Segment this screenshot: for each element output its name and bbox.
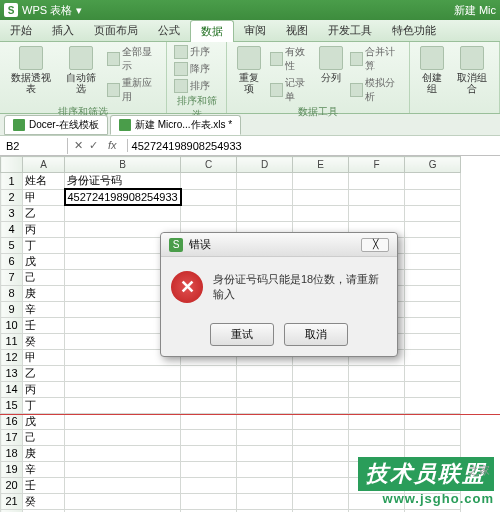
cell[interactable] (405, 189, 461, 205)
document-tab[interactable]: Docer-在线模板 (4, 115, 108, 135)
ribbon-tab-7[interactable]: 开发工具 (318, 20, 382, 41)
row-header[interactable]: 20 (1, 477, 23, 493)
ribbon-tab-2[interactable]: 页面布局 (84, 20, 148, 41)
row-header[interactable]: 7 (1, 269, 23, 285)
cell[interactable]: 452724198908254933 (65, 189, 181, 205)
cell[interactable] (181, 397, 237, 413)
cell[interactable] (405, 285, 461, 301)
cell[interactable] (237, 205, 293, 221)
cell[interactable]: 壬 (23, 317, 65, 333)
cell[interactable]: 甲 (23, 349, 65, 365)
cell[interactable] (405, 221, 461, 237)
autofilter-button[interactable]: 自动筛选 (61, 44, 102, 96)
ribbon-tab-5[interactable]: 审阅 (234, 20, 276, 41)
retry-button[interactable]: 重试 (210, 323, 274, 346)
cell[interactable] (65, 477, 181, 493)
show-all-button[interactable]: 全部显示 (106, 44, 160, 74)
cell[interactable] (349, 429, 405, 445)
ribbon-tab-3[interactable]: 公式 (148, 20, 190, 41)
cell[interactable] (65, 397, 181, 413)
cell[interactable]: 姓名 (23, 173, 65, 190)
cell[interactable] (349, 397, 405, 413)
cell[interactable]: 辛 (23, 461, 65, 477)
cell[interactable]: 身份证号码 (65, 173, 181, 190)
fx-icon[interactable]: fx (104, 139, 121, 152)
cell[interactable]: 辛 (23, 301, 65, 317)
row-header[interactable]: 6 (1, 253, 23, 269)
cell[interactable] (293, 429, 349, 445)
cell[interactable] (293, 205, 349, 221)
document-tab[interactable]: 新建 Micro...作表.xls * (110, 115, 241, 135)
cell[interactable] (181, 189, 237, 205)
cell[interactable] (65, 493, 181, 509)
cell[interactable] (181, 493, 237, 509)
cell[interactable] (405, 173, 461, 190)
cell[interactable] (181, 365, 237, 381)
cell[interactable]: 丁 (23, 397, 65, 413)
ribbon-tab-8[interactable]: 特色功能 (382, 20, 446, 41)
row-header[interactable]: 4 (1, 221, 23, 237)
cell[interactable] (65, 381, 181, 397)
cell[interactable]: 庚 (23, 445, 65, 461)
cell[interactable]: 癸 (23, 333, 65, 349)
row-header[interactable]: 19 (1, 461, 23, 477)
cell[interactable] (293, 477, 349, 493)
row-header[interactable]: 3 (1, 205, 23, 221)
col-header[interactable]: G (405, 157, 461, 173)
cell[interactable] (349, 173, 405, 190)
cell[interactable] (181, 477, 237, 493)
cell[interactable] (237, 381, 293, 397)
cell[interactable]: 庚 (23, 285, 65, 301)
cell[interactable] (293, 461, 349, 477)
cell[interactable] (349, 189, 405, 205)
cell[interactable] (405, 317, 461, 333)
sort-asc-button[interactable]: 升序 (173, 44, 211, 60)
name-box[interactable]: B2 (0, 138, 68, 154)
validation-button[interactable]: 有效性 (269, 44, 313, 74)
cell[interactable] (237, 365, 293, 381)
cell[interactable] (65, 461, 181, 477)
cell[interactable] (65, 445, 181, 461)
cancel-icon[interactable]: ✕ (74, 139, 83, 152)
cell[interactable] (181, 381, 237, 397)
row-header[interactable]: 9 (1, 301, 23, 317)
group-button[interactable]: 创建组 (416, 44, 448, 96)
close-button[interactable]: ╳ (361, 238, 389, 252)
cell[interactable] (237, 493, 293, 509)
cell[interactable] (405, 205, 461, 221)
cell[interactable] (293, 189, 349, 205)
cell[interactable]: 甲 (23, 189, 65, 205)
cell[interactable] (405, 269, 461, 285)
cell[interactable]: 戊 (23, 253, 65, 269)
cell[interactable] (405, 381, 461, 397)
whatif-button[interactable]: 模拟分析 (349, 75, 402, 105)
reapply-button[interactable]: 重新应用 (106, 75, 160, 105)
row-header[interactable]: 16 (1, 413, 23, 429)
duplicates-button[interactable]: 重复项 (233, 44, 265, 96)
ribbon-tab-4[interactable]: 数据 (190, 20, 234, 42)
cell[interactable] (65, 429, 181, 445)
ungroup-button[interactable]: 取消组合 (452, 44, 493, 96)
col-header[interactable]: F (349, 157, 405, 173)
accept-icon[interactable]: ✓ (89, 139, 98, 152)
cell[interactable] (237, 429, 293, 445)
pivot-table-button[interactable]: 数据透视表 (6, 44, 57, 96)
cell[interactable] (405, 349, 461, 365)
row-header[interactable]: 13 (1, 365, 23, 381)
row-header[interactable]: 1 (1, 173, 23, 190)
cell[interactable] (181, 413, 237, 429)
col-header[interactable]: B (65, 157, 181, 173)
cell[interactable] (181, 205, 237, 221)
ribbon-tab-6[interactable]: 视图 (276, 20, 318, 41)
cell[interactable] (405, 365, 461, 381)
col-header[interactable]: A (23, 157, 65, 173)
text-to-columns-button[interactable]: 分列 (317, 44, 345, 85)
row-header[interactable]: 21 (1, 493, 23, 509)
cell[interactable] (293, 413, 349, 429)
cell[interactable] (237, 477, 293, 493)
cell[interactable] (65, 365, 181, 381)
row-header[interactable]: 17 (1, 429, 23, 445)
cell[interactable] (405, 397, 461, 413)
cell[interactable] (237, 173, 293, 190)
formula-input[interactable]: 452724198908254933 (128, 138, 500, 154)
